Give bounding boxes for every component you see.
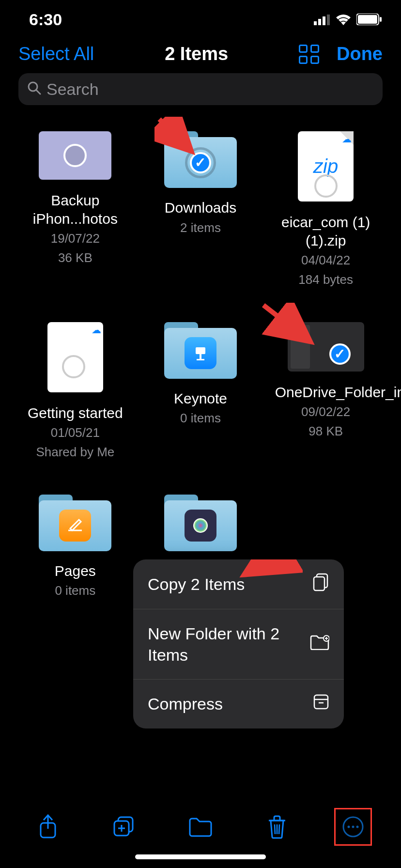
svg-rect-11 (196, 347, 205, 354)
page-title: 2 Items (165, 44, 228, 64)
status-icons (314, 10, 382, 29)
battery-icon (356, 10, 382, 29)
svg-line-36 (275, 824, 275, 834)
file-size: 98 KB (308, 423, 343, 440)
share-button[interactable] (34, 813, 62, 840)
file-date: 19/07/22 (51, 231, 100, 247)
menu-copy[interactable]: Copy 2 Items (133, 559, 344, 609)
pages-app-icon (59, 510, 91, 542)
svg-rect-2 (323, 16, 325, 25)
search-placeholder: Search (46, 80, 99, 99)
folder-thumb (39, 495, 111, 550)
nav-bar: Select All 2 Items Done (0, 39, 401, 73)
wifi-icon (335, 10, 352, 29)
menu-label: Compress (148, 693, 223, 714)
app-icon (185, 510, 216, 542)
duplicate-button[interactable] (110, 813, 138, 840)
delete-button[interactable] (263, 813, 291, 840)
menu-label: New Folder with 2 Items (148, 623, 293, 666)
file-grid: Backup iPhon...hotos 19/07/22 36 KB ✓ Do… (0, 120, 401, 599)
file-thumb (39, 131, 111, 180)
file-name: Backup iPhon...hotos (24, 191, 126, 228)
context-menu: Copy 2 Items New Folder with 2 Items Com… (133, 559, 344, 728)
cellular-icon (314, 10, 330, 29)
menu-compress[interactable]: Compress (133, 680, 344, 728)
file-meta: 0 items (180, 410, 221, 427)
svg-rect-26 (314, 695, 328, 709)
file-name: Keynote (174, 389, 227, 408)
file-meta: Shared by Me (36, 444, 114, 461)
file-name: Downloads (165, 199, 236, 217)
file-date: 04/04/22 (301, 252, 350, 269)
cloud-download-icon: ☁ (92, 324, 101, 336)
done-button[interactable]: Done (337, 44, 383, 64)
file-item[interactable]: ☁ Getting started 01/05/21 Shared by Me (15, 322, 136, 461)
annotation-arrow (259, 303, 322, 351)
svg-rect-22 (314, 577, 324, 590)
copy-icon (313, 573, 329, 595)
file-date: 01/05/21 (51, 425, 100, 441)
file-item-onedrive[interactable]: ✓ OneDrive_Folder_in_Finder 09/02/22 98 … (265, 322, 386, 461)
svg-rect-6 (380, 17, 382, 22)
svg-line-8 (36, 90, 40, 94)
file-thumb: ☁ zip (298, 131, 354, 202)
cloud-download-icon: ☁ (342, 133, 352, 145)
file-name: Pages (55, 562, 96, 580)
folder-thumb (164, 322, 237, 378)
folder-item-pages[interactable]: Pages 0 items (15, 495, 136, 599)
svg-rect-0 (314, 21, 317, 25)
checkmark-icon: ✓ (329, 343, 351, 365)
file-date: 09/02/22 (301, 404, 350, 420)
status-bar: 6:30 (0, 0, 401, 39)
file-name: eicar_com (1) (1).zip (275, 213, 377, 249)
file-meta: 2 items (180, 220, 221, 236)
selection-circle (63, 144, 87, 167)
svg-rect-12 (200, 354, 201, 359)
file-name: OneDrive_Folder_in_Finder (275, 383, 377, 402)
home-indicator[interactable] (135, 854, 266, 859)
svg-point-18 (194, 519, 207, 532)
svg-point-40 (348, 826, 350, 828)
svg-point-41 (352, 826, 355, 828)
search-icon (27, 81, 42, 97)
folder-item-downloads[interactable]: ✓ Downloads 2 items (140, 131, 262, 288)
checkmark-icon: ✓ (190, 152, 211, 173)
file-item[interactable]: ☁ zip eicar_com (1) (1).zip 04/04/22 184… (265, 131, 386, 288)
file-thumb: ☁ (47, 322, 103, 392)
menu-label: Copy 2 Items (148, 574, 245, 595)
svg-rect-3 (327, 15, 330, 25)
status-time: 6:30 (29, 10, 62, 29)
file-name: Getting started (28, 404, 123, 422)
menu-new-folder[interactable]: New Folder with 2 Items (133, 609, 344, 680)
select-all-button[interactable]: Select All (18, 44, 94, 64)
file-item[interactable]: Backup iPhon...hotos 19/07/22 36 KB (15, 131, 136, 288)
view-grid-icon[interactable] (299, 45, 319, 64)
file-size: 36 KB (58, 250, 93, 266)
selection-circle (62, 355, 85, 378)
selection-circle (314, 174, 338, 198)
move-button[interactable] (187, 813, 214, 840)
svg-rect-13 (197, 359, 204, 360)
folder-plus-icon (310, 635, 329, 654)
svg-point-42 (356, 826, 359, 828)
file-size: 184 bytes (298, 272, 353, 288)
file-meta: 0 items (55, 583, 95, 599)
more-button[interactable] (339, 813, 367, 840)
svg-rect-5 (358, 15, 377, 24)
folder-item-keynote[interactable]: Keynote 0 items (140, 322, 262, 461)
archive-icon (313, 694, 329, 714)
file-thumb: ✓ (288, 322, 364, 372)
folder-thumb: ✓ (164, 131, 237, 187)
search-input[interactable]: Search (18, 73, 383, 105)
svg-rect-1 (318, 19, 321, 25)
svg-line-38 (279, 824, 279, 834)
folder-thumb (164, 495, 237, 550)
keynote-app-icon (185, 337, 216, 369)
